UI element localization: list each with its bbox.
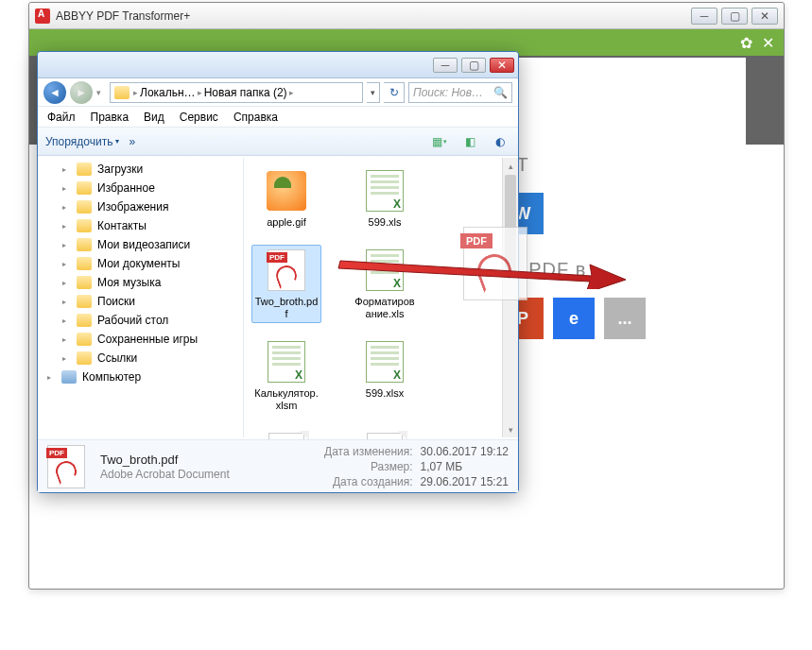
- file-label: Калькулятор.xlsm: [254, 387, 319, 412]
- address-bar[interactable]: ▸ Локальн… ▸ Новая папка (2) ▸: [110, 82, 363, 103]
- pdf-icon: PDF: [268, 249, 305, 291]
- close-panel-icon[interactable]: ✕: [762, 34, 774, 52]
- explorer-window: ─ ▢ ✕ ◄ ► ▾ ▸ Локальн… ▸ Новая папка (2)…: [37, 51, 519, 493]
- search-placeholder: Поиск: Нов…: [413, 86, 483, 99]
- folder-icon: [77, 333, 92, 346]
- file-item[interactable]: Форматирование.xls: [350, 245, 420, 323]
- tree-item[interactable]: ▸Рабочий стол: [38, 311, 243, 330]
- file-label: 599.xlsx: [366, 387, 404, 400]
- folder-icon: [77, 276, 92, 289]
- file-item[interactable]: 599.xlsx: [350, 336, 420, 415]
- refresh-button[interactable]: ↻: [384, 82, 405, 103]
- tree-item[interactable]: ▸Моя музыка: [38, 273, 243, 292]
- folder-icon: [77, 219, 92, 232]
- tree-item[interactable]: ▸Мои документы: [38, 254, 243, 273]
- explorer-close-button[interactable]: ✕: [490, 58, 514, 73]
- folder-icon: [77, 257, 92, 270]
- tree-item[interactable]: ▸Ссылки: [38, 349, 243, 368]
- scroll-up-icon[interactable]: ▴: [503, 158, 518, 174]
- menu-view[interactable]: Вид: [144, 111, 164, 124]
- app-title: ABBYY PDF Transformer+: [56, 9, 687, 23]
- explorer-titlebar[interactable]: ─ ▢ ✕: [38, 52, 518, 78]
- preview-pane-button[interactable]: ◧: [459, 132, 480, 151]
- search-icon[interactable]: 🔍: [493, 86, 508, 99]
- details-filetype: Adobe Acrobat Document: [100, 468, 230, 481]
- pdf-badge: PDF: [460, 233, 492, 248]
- menu-service[interactable]: Сервис: [180, 111, 218, 124]
- close-button[interactable]: ✕: [752, 8, 778, 25]
- organize-button[interactable]: Упорядочить ▾: [45, 135, 119, 148]
- xls-icon: [366, 170, 404, 212]
- xls-icon: [366, 249, 404, 291]
- xls-icon: [366, 341, 404, 383]
- tree-item-computer[interactable]: ▸Компьютер: [38, 368, 243, 386]
- crumb-2[interactable]: Новая папка (2): [204, 86, 287, 99]
- tree-item[interactable]: ▸Избранное: [38, 179, 243, 197]
- folder-icon: [77, 238, 92, 251]
- folder-icon: [77, 295, 92, 308]
- details-pane: PDF Two_broth.pdf Adobe Acrobat Document…: [38, 439, 518, 492]
- folder-icon: [77, 314, 92, 327]
- xls-icon: [268, 341, 305, 383]
- tree-item[interactable]: ▸Изображения: [38, 197, 243, 216]
- tree-item[interactable]: ▸Загрузки: [38, 160, 243, 179]
- crumb-1[interactable]: Локальн…: [140, 86, 196, 99]
- file-item[interactable]: PDFTwo_broth.pdf: [251, 245, 321, 323]
- folder-icon: [77, 181, 92, 195]
- breadcrumb[interactable]: ▸ Локальн… ▸ Новая папка (2) ▸: [133, 86, 294, 99]
- app-icon: [35, 9, 50, 24]
- menu-help[interactable]: Справка: [233, 111, 278, 124]
- computer-icon: [61, 370, 77, 384]
- tree-item[interactable]: ▸Мои видеозаписи: [38, 235, 243, 254]
- tile-more[interactable]: ...: [604, 298, 646, 339]
- forward-button[interactable]: ►: [70, 81, 93, 104]
- explorer-menubar: Файл Правка Вид Сервис Справка: [38, 107, 518, 128]
- address-dropdown-icon[interactable]: ▾: [367, 82, 380, 103]
- details-icon: PDF: [47, 445, 87, 488]
- details-filename: Two_broth.pdf: [100, 453, 230, 467]
- file-label: Two_broth.pdf: [254, 296, 319, 320]
- maximize-button[interactable]: ▢: [721, 8, 748, 25]
- nav-tree[interactable]: ▸Загрузки▸Избранное▸Изображения▸Контакты…: [38, 158, 244, 437]
- img-icon: [267, 171, 306, 211]
- tree-item[interactable]: ▸Поиски: [38, 292, 243, 311]
- toolbar-more[interactable]: »: [129, 135, 135, 148]
- menu-edit[interactable]: Правка: [91, 111, 130, 124]
- dz-heading-1: НТ: [502, 154, 727, 176]
- titlebar[interactable]: ABBYY PDF Transformer+ ─ ▢ ✕: [29, 3, 784, 29]
- explorer-maximize-button[interactable]: ▢: [461, 58, 486, 73]
- tree-item[interactable]: ▸Сохраненные игры: [38, 330, 243, 349]
- menu-file[interactable]: Файл: [47, 111, 76, 124]
- explorer-body: ▸Загрузки▸Избранное▸Изображения▸Контакты…: [38, 158, 518, 437]
- view-mode-button[interactable]: ▦▾: [429, 132, 450, 151]
- folder-icon: [77, 162, 92, 176]
- pdf-icon: PDF: [463, 227, 527, 300]
- drag-ghost: PDF: [463, 227, 558, 321]
- history-dropdown-icon[interactable]: ▾: [96, 88, 106, 97]
- minimize-button[interactable]: ─: [691, 8, 717, 25]
- file-item[interactable]: apple.gif: [251, 165, 321, 231]
- back-button[interactable]: ◄: [43, 81, 66, 104]
- details-meta: Дата изменения:30.06.2017 19:12 Размер:1…: [324, 445, 509, 488]
- tile-html[interactable]: e: [553, 298, 595, 339]
- file-label: Форматирование.xls: [353, 296, 417, 320]
- file-label: apple.gif: [267, 216, 306, 229]
- explorer-minimize-button[interactable]: ─: [433, 58, 458, 73]
- explorer-nav: ◄ ► ▾ ▸ Локальн… ▸ Новая папка (2) ▸ ▾ ↻…: [38, 78, 518, 107]
- file-item[interactable]: 599.xls: [350, 165, 420, 231]
- scroll-down-icon[interactable]: ▾: [503, 421, 518, 437]
- tree-item[interactable]: ▸Контакты: [38, 216, 243, 235]
- pdf-swirl-icon: [473, 249, 516, 293]
- file-item[interactable]: Калькулятор.xlsm: [251, 336, 321, 415]
- folder-icon: [114, 86, 130, 99]
- help-button[interactable]: ◐: [490, 132, 510, 151]
- gear-icon[interactable]: ✿: [740, 34, 752, 52]
- folder-icon: [77, 351, 92, 365]
- file-label: 599.xls: [369, 216, 402, 229]
- explorer-toolbar: Упорядочить ▾ » ▦▾ ◧ ◐: [38, 128, 518, 156]
- folder-icon: [77, 200, 92, 214]
- search-box[interactable]: Поиск: Нов… 🔍: [408, 82, 512, 103]
